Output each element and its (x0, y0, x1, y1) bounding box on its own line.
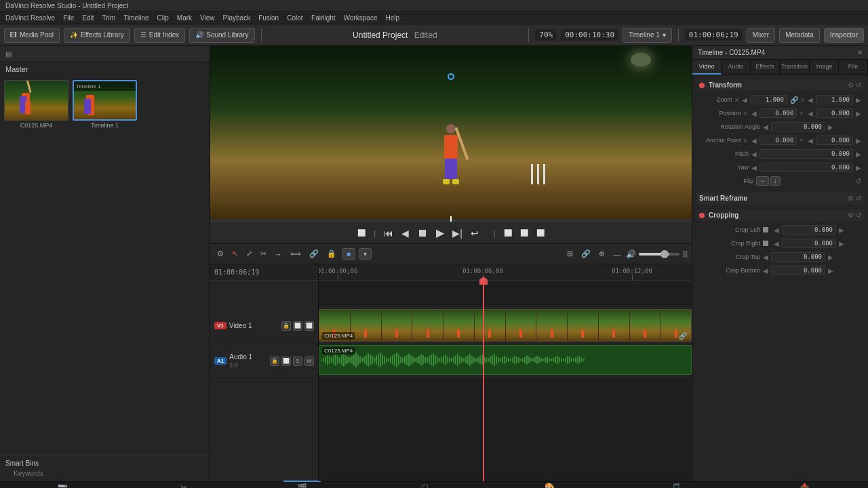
transform-section-header[interactable]: Transform ⚙ ↺ (696, 79, 864, 91)
transform-reset-button[interactable]: ↺ (855, 177, 861, 186)
tab-image[interactable]: Image (810, 60, 839, 75)
pitch-increment[interactable]: ▶ (856, 150, 861, 158)
media-thumbnail-c0125[interactable] (4, 80, 68, 121)
menu-color[interactable]: Color (287, 14, 303, 22)
timeline-selector[interactable]: Timeline 1 ▾ (623, 28, 672, 43)
anchor-y-input[interactable] (816, 136, 853, 145)
tab-fusion[interactable]: ⬡ Fusion (402, 481, 448, 488)
crop-top-increment[interactable]: ▶ (828, 253, 833, 261)
rot-decrement[interactable]: ◀ (763, 123, 768, 131)
track-view-button[interactable]: ⬜ (304, 321, 314, 331)
position-x-input[interactable] (760, 108, 797, 118)
next-frame-button[interactable]: ▶| (452, 228, 462, 239)
menu-timeline[interactable]: Timeline (123, 14, 149, 22)
zoom-out-button[interactable]: — (610, 249, 623, 260)
yaw-increment[interactable]: ▶ (856, 164, 861, 171)
crop-left-increment[interactable]: ▶ (839, 226, 844, 234)
go-to-start-button[interactable]: ⏮ (384, 228, 393, 239)
snap-button[interactable]: ⊞ (564, 248, 576, 260)
timeline-settings-button[interactable]: ⚙ (214, 248, 226, 260)
sound-library-button[interactable]: 🔊 Sound Library (189, 28, 254, 43)
zoom-y-decrement[interactable]: ◀ (808, 96, 813, 104)
solo-button[interactable]: S (293, 357, 302, 366)
tab-cut[interactable]: ✂ Cut (165, 481, 202, 488)
crop-bottom-decrement[interactable]: ◀ (763, 267, 768, 274)
crop-top-input[interactable] (771, 252, 825, 262)
cinema-viewer-button[interactable]: ⬜ (520, 229, 528, 237)
dynamic-trim-button[interactable]: 🔗 (307, 248, 321, 260)
volume-slider[interactable] (639, 253, 679, 256)
tab-edit[interactable]: 🎬 Edit (283, 481, 321, 488)
menu-view[interactable]: View (200, 14, 215, 22)
position-lock-button[interactable]: 🔒 (324, 248, 339, 260)
list-item[interactable]: Timeline 1 Timeline 1 (73, 80, 137, 129)
playhead[interactable] (483, 281, 484, 481)
slide-tool-button[interactable]: ⟺ (288, 248, 304, 260)
position-y-input[interactable] (816, 108, 853, 118)
tab-file[interactable]: File (839, 60, 868, 75)
trim-tool-button[interactable]: ⤢ (243, 248, 255, 260)
zoom-y-input[interactable] (816, 95, 853, 104)
crop-top-decrement[interactable]: ◀ (763, 253, 768, 261)
inspector-close-icon[interactable]: ✕ (857, 49, 863, 56)
inspector-button[interactable]: Inspector (824, 28, 864, 43)
yaw-input[interactable] (760, 163, 853, 172)
crop-bottom-increment[interactable]: ▶ (828, 267, 833, 274)
zoom-in-button[interactable]: ⊕ (596, 248, 608, 260)
yaw-decrement[interactable]: ◀ (751, 164, 757, 171)
slip-tool-button[interactable]: ↔ (272, 249, 285, 260)
blade-tool-button[interactable]: ✂ (258, 248, 269, 260)
crop-left-decrement[interactable]: ◀ (774, 226, 779, 234)
menu-fairlight[interactable]: Fairlight (311, 14, 336, 22)
media-pool-button[interactable]: 🎞 Media Pool (4, 28, 60, 43)
menu-fusion[interactable]: Fusion (258, 14, 279, 22)
list-item[interactable]: C0125.MP4 (4, 80, 68, 129)
crop-left-input[interactable] (782, 225, 836, 235)
anchor-x-input[interactable] (760, 136, 797, 145)
crop-right-increment[interactable]: ▶ (839, 240, 844, 247)
view-mode-button[interactable]: ■ (342, 248, 355, 260)
pitch-input[interactable] (760, 149, 853, 159)
menu-file[interactable]: File (63, 14, 74, 22)
tab-color[interactable]: 🎨 Color (528, 481, 570, 488)
menu-help[interactable]: Help (385, 14, 399, 22)
media-thumbnail-timeline1[interactable]: Timeline 1 (73, 80, 137, 121)
smart-reframe-header[interactable]: Smart Reframe ⚙ ↺ (696, 192, 864, 204)
rotation-input[interactable] (771, 122, 825, 131)
select-tool-button[interactable]: ↖ (229, 248, 241, 260)
pitch-decrement[interactable]: ◀ (751, 150, 757, 158)
play-button[interactable]: ▶ (436, 226, 444, 239)
anchor-y-increment[interactable]: ▶ (856, 137, 861, 144)
zoom-x-decrement[interactable]: ◀ (742, 96, 747, 104)
tab-fairlight[interactable]: 🎵 Fairlight (652, 481, 701, 488)
tab-transition[interactable]: Transition (780, 60, 810, 75)
edit-index-button[interactable]: ☰ Edit Index (134, 28, 185, 43)
menu-playback[interactable]: Playback (223, 14, 251, 22)
tab-media[interactable]: 📷 Media (41, 481, 85, 488)
tab-video[interactable]: Video (692, 60, 722, 75)
view-mode-btn2[interactable]: ▾ (359, 248, 372, 260)
menu-clip[interactable]: Clip (157, 14, 169, 22)
tab-effects[interactable]: Effects (751, 60, 780, 75)
link-button[interactable]: 🔗 (578, 248, 593, 260)
menu-trim[interactable]: Trim (102, 14, 116, 22)
zoom-x-input[interactable] (750, 95, 787, 104)
tab-deliver[interactable]: 📤 Deliver (781, 481, 827, 488)
tab-audio[interactable]: Audio (722, 60, 751, 75)
loop-button[interactable]: ↩ (471, 228, 479, 239)
stop-button[interactable]: ⏹ (417, 227, 428, 239)
crop-right-decrement[interactable]: ◀ (774, 240, 779, 247)
metadata-button[interactable]: Metadata (779, 28, 820, 43)
flip-v-button[interactable]: ↕ (770, 176, 781, 186)
effects-library-button[interactable]: ✨ Effects Library (64, 28, 130, 43)
pos-y-increment[interactable]: ▶ (856, 110, 861, 117)
track-lock-button[interactable]: 🔒 (281, 321, 291, 331)
track-monitor-button[interactable]: ⬜ (293, 321, 302, 331)
menu-workspace[interactable]: Workspace (344, 14, 378, 22)
crop-right-input[interactable] (782, 239, 836, 248)
video-clip[interactable]: C0125.MP4 🔗 (319, 309, 692, 342)
audio-lock-button[interactable]: 🔒 (270, 357, 279, 366)
scope-button[interactable]: ⬜ (536, 229, 545, 237)
zoom-y-increment[interactable]: ▶ (856, 96, 861, 104)
anchor-y-decrement[interactable]: ◀ (808, 137, 813, 144)
